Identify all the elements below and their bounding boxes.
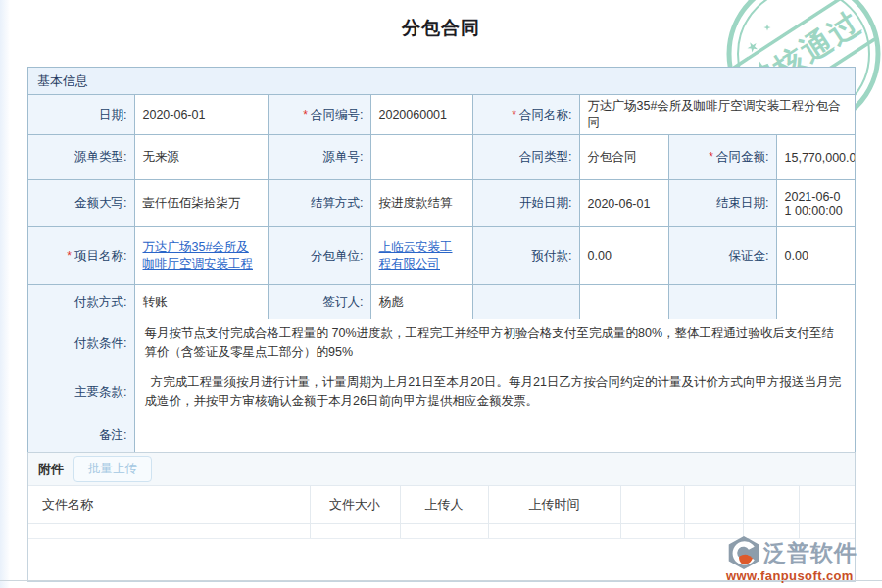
required-asterisk: * [512, 108, 516, 122]
source-no-value [370, 135, 472, 180]
subcontractor-label: 分包单位: [268, 227, 370, 285]
source-type-label: 源单类型: [28, 135, 134, 180]
subcontractor-value: 上临云安装工程有限公司 [370, 227, 472, 285]
column-header-empty [684, 486, 743, 524]
project-name-link[interactable]: 万达广场35#会所及咖啡厅空调安装工程 [143, 240, 254, 270]
required-asterisk: * [709, 150, 713, 164]
required-asterisk: * [67, 249, 72, 263]
subcontract-page: 分包合同 审核通过 基本信息 [0, 0, 882, 588]
contract-name-label: *合同名称: [472, 95, 579, 135]
payment-terms-value: 每月按节点支付完成合格工程量的 70%进度款，工程完工并经甲方初验合格支付至完成… [134, 319, 855, 368]
remarks-value [134, 416, 855, 454]
empty-value-cell [776, 285, 855, 319]
contract-no-value: 2020060001 [370, 95, 472, 135]
column-header-empty [620, 486, 684, 524]
batch-upload-button[interactable]: 批量上传 [74, 456, 152, 482]
left-edge-strip [0, 0, 10, 588]
payment-method-value: 转账 [134, 285, 268, 319]
fanpu-logo-icon [726, 535, 761, 570]
payment-method-label: 付款方式: [28, 285, 134, 319]
attachments-header-row: 文件名称 文件大小 上传人 上传时间 [28, 486, 855, 524]
contract-amount-label: *合同金额: [668, 135, 776, 180]
subcontractor-link[interactable]: 上临云安装工程有限公司 [379, 240, 453, 270]
contract-type-label: 合同类型: [472, 135, 579, 180]
settlement-value: 按进度款结算 [370, 180, 472, 227]
end-date-label: 结束日期: [668, 180, 776, 227]
project-name-label: *项目名称: [28, 227, 134, 285]
amount-words-label: 金额大写: [28, 180, 134, 227]
signer-value: 杨彪 [370, 285, 472, 319]
basic-info-section-title: 基本信息 [28, 68, 855, 95]
table-row: 付款方式: 转账 签订人: 杨彪 [28, 285, 855, 319]
fanpu-logo: 泛普软件 www.fanpusoft.com [726, 535, 873, 583]
column-header-upload-time: 上传时间 [488, 486, 620, 524]
table-row: 金额大写: 壹仟伍佰柒拾柒万 结算方式: 按进度款结算 开始日期: 2020-0… [28, 180, 855, 227]
basic-info-panel: 基本信息 日期: 2020-06-01 *合同编号: 2020060001 *合… [27, 67, 856, 455]
date-value: 2020-06-01 [134, 95, 268, 135]
settlement-label: 结算方式: [268, 180, 370, 227]
payment-terms-label: 付款条件: [28, 319, 134, 368]
deposit-label: 保证金: [668, 227, 776, 285]
main-clauses-label: 主要条款: [28, 368, 134, 416]
basic-info-table: 日期: 2020-06-01 *合同编号: 2020060001 *合同名称: … [28, 95, 855, 454]
table-row: 日期: 2020-06-01 *合同编号: 2020060001 *合同名称: … [28, 95, 855, 135]
required-asterisk: * [303, 108, 308, 122]
brand-name: 泛普软件 [763, 538, 858, 568]
contract-name-value: 万达广场35#会所及咖啡厅空调安装工程分包合同 [579, 95, 855, 135]
remarks-label: 备注: [28, 416, 134, 454]
empty-label-cell [668, 285, 776, 319]
attachments-title: 附件 [38, 461, 64, 478]
advance-payment-value: 0.00 [579, 227, 668, 285]
amount-words-value: 壹仟伍佰柒拾柒万 [134, 180, 268, 227]
table-row: 付款条件: 每月按节点支付完成合格工程量的 70%进度款，工程完工并经甲方初验合… [28, 319, 855, 368]
contract-amount-value: 15,770,000.00 [776, 135, 855, 180]
end-date-value: 2021-06-01 00:00:00 [776, 180, 855, 227]
column-header-file-name: 文件名称 [28, 486, 310, 524]
start-date-label: 开始日期: [472, 180, 579, 227]
column-header-uploader: 上传人 [400, 486, 488, 524]
project-name-value: 万达广场35#会所及咖啡厅空调安装工程 [134, 227, 268, 285]
signer-label: 签订人: [268, 285, 370, 319]
table-row: 源单类型: 无来源 源单号: 合同类型: 分包合同 *合同金额: 15,770,… [28, 135, 855, 180]
attachments-table: 文件名称 文件大小 上传人 上传时间 [28, 486, 855, 539]
date-label: 日期: [28, 95, 134, 135]
page-title: 分包合同 [0, 16, 882, 41]
source-type-value: 无来源 [134, 135, 268, 180]
start-date-value: 2020-06-01 [579, 180, 668, 227]
column-header-empty [743, 486, 799, 524]
column-header-file-size: 文件大小 [310, 486, 400, 524]
bottom-divider [0, 580, 882, 581]
source-no-label: 源单号: [268, 135, 370, 180]
table-row: *项目名称: 万达广场35#会所及咖啡厅空调安装工程 分包单位: 上临云安装工程… [28, 227, 855, 285]
empty-label-cell [472, 285, 579, 319]
main-clauses-value: 方完成工程量须按月进行计量，计量周期为上月21日至本月20日。每月21日乙方按合… [134, 368, 855, 416]
contract-no-label: *合同编号: [268, 95, 370, 135]
advance-payment-label: 预付款: [472, 227, 579, 285]
table-row: 主要条款: 方完成工程量须按月进行计量，计量周期为上月21日至本月20日。每月2… [28, 368, 855, 416]
table-row: 备注: [28, 416, 855, 454]
contract-type-value: 分包合同 [579, 135, 668, 180]
column-header-empty [799, 486, 855, 524]
empty-value-cell [579, 285, 668, 319]
deposit-value: 0.00 [776, 227, 855, 285]
